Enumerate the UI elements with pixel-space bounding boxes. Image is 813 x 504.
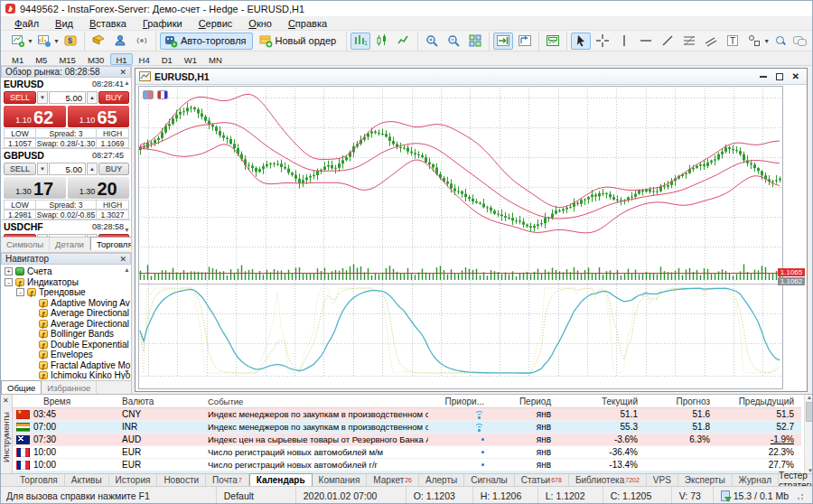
ask-price-tile[interactable]: 1.1065 (68, 106, 130, 127)
vertical-line-button[interactable] (614, 33, 634, 50)
new-order-button[interactable]: Новый ордер (255, 33, 343, 50)
toolbox-tab-Новости[interactable]: Новости (157, 474, 206, 486)
toolbox-tab-Торговля[interactable]: Торговля (14, 474, 65, 486)
minimize-icon[interactable] (760, 76, 767, 78)
timeframe-button-H4[interactable]: H4 (134, 53, 155, 65)
timeframe-button-M5[interactable]: M5 (30, 53, 52, 65)
toolbox-tab-Статьи[interactable]: Статьи678 (515, 474, 569, 486)
toolbox-tab-Журнал[interactable]: Журнал (733, 474, 780, 486)
bid-price-tile[interactable]: 1.1062 (4, 106, 66, 127)
zoom-out-button[interactable] (444, 33, 463, 50)
scroll-up-icon[interactable]: ▲ (124, 79, 130, 86)
timeframe-button-M1[interactable]: M1 (6, 53, 29, 65)
bars-button[interactable]: 1 (350, 33, 370, 50)
close-icon[interactable]: ✕ (792, 72, 799, 81)
bid-price-tile[interactable]: 1.3017 (4, 177, 66, 199)
trendline-button[interactable] (658, 33, 678, 50)
menu-item-Вид[interactable]: Вид (47, 17, 81, 30)
volume-field[interactable]: 5.00 (49, 163, 86, 175)
menu-item-Окно[interactable]: Окно (240, 17, 280, 30)
horizontal-line-button[interactable] (636, 33, 656, 50)
timeframe-button-M15[interactable]: M15 (53, 53, 80, 65)
timeframe-button-W1[interactable]: W1 (179, 53, 202, 65)
data-window-button[interactable] (89, 33, 108, 50)
dropdown-caret-icon[interactable]: ▼ (27, 38, 33, 44)
market-watch-tab-Символы[interactable]: Символы (1, 238, 50, 250)
line-chart-button[interactable] (394, 33, 414, 50)
calendar-row[interactable]: 10:00EURЧисло регистраций новых автомоби… (13, 446, 801, 459)
toolbox-tab-Активы[interactable]: Активы (65, 474, 109, 486)
new-chart-button[interactable] (8, 33, 28, 50)
volume-field[interactable]: 5.00 (49, 91, 86, 104)
timeframe-button-M30[interactable]: M30 (82, 53, 109, 65)
buy-button[interactable]: BUY (98, 91, 129, 104)
profiles-button[interactable] (34, 33, 54, 50)
shapes-button[interactable] (744, 33, 764, 50)
calendar-row[interactable]: 07:00INRИндекс менеджеров по закупкам в … (13, 421, 801, 434)
toolbox-tab-Календарь[interactable]: Календарь (249, 473, 313, 486)
close-icon[interactable]: ✕ (119, 255, 126, 264)
tree-item-bollinger-bands[interactable]: ƒBollinger Bands (1, 329, 132, 340)
status-profile[interactable]: Default (216, 487, 295, 504)
buy-button[interactable]: BUY (98, 163, 129, 175)
calendar-header-c-act[interactable]: Текущий (564, 395, 645, 407)
volume-decrease-button[interactable]: ▼ (37, 163, 48, 175)
chart-shift-button[interactable] (515, 33, 535, 50)
market-watch-tab-Детали[interactable]: Детали (50, 238, 90, 250)
calendar-header-c-prev[interactable]: Предыдущий (717, 395, 801, 407)
tree-item-счета[interactable]: +Счета (1, 266, 132, 277)
toolbox-tab-Маркет[interactable]: Маркет26 (367, 474, 419, 486)
calendar-header-c-per[interactable]: Период (491, 395, 564, 407)
tree-item-ichimoku-kinko-hyo[interactable]: ƒIchimoku Kinko Hyo (1, 370, 132, 379)
toolbox-tab-Почта[interactable]: Почта7 (206, 474, 249, 486)
fibonacci-button[interactable] (679, 33, 699, 50)
toolbox-tab-Эксперты[interactable]: Эксперты (678, 474, 733, 486)
zoom-in-button[interactable] (422, 33, 442, 50)
volume-increase-button[interactable]: ▲ (87, 163, 98, 175)
chart-title-bar[interactable]: EURUSD,H1 ✕ (136, 69, 807, 85)
toolbox-tab-Библиотека[interactable]: Библиотека7202 (569, 474, 647, 486)
toolbox-tab-Компания[interactable]: Компания (313, 474, 368, 486)
chat-icon[interactable] (793, 36, 806, 45)
channel-button[interactable] (701, 33, 721, 50)
chart-area[interactable]: 1.1065 1.1062 (136, 85, 807, 391)
strategy-tester-label[interactable]: Тестер стратегий (779, 474, 813, 486)
one-click-trading-icon[interactable] (143, 90, 154, 99)
calendar-header-c-fct[interactable]: Прогноз (645, 395, 717, 407)
sell-button[interactable]: SELL (4, 91, 36, 104)
menu-item-Файл[interactable]: Файл (6, 17, 47, 30)
tree-item-average-directional[interactable]: ƒAverage Directional (1, 308, 132, 319)
calendar-row[interactable]: 03:45CNYИндекс менеджеров по закупкам в … (13, 408, 801, 421)
timeframe-button-MN[interactable]: MN (203, 53, 228, 65)
calendar-header-c-event[interactable]: Событие (202, 395, 428, 407)
calendar-scrollbar[interactable]: ▲▼ (804, 395, 813, 474)
toolbox-tab-Сигналы[interactable]: Сигналы (464, 474, 515, 486)
menu-item-Вставка[interactable]: Вставка (81, 17, 135, 30)
calendar-row[interactable]: 10:00EURЧисло регистраций новых автомоби… (13, 459, 801, 471)
scroll-down-icon[interactable]: ▼ (124, 227, 130, 233)
scroll-down-icon[interactable]: ▼ (124, 369, 130, 375)
toolbox-tab-VPS[interactable]: VPS (647, 474, 678, 486)
volume-decrease-button[interactable]: ▼ (37, 91, 48, 104)
search-icon[interactable] (776, 36, 786, 46)
tile-windows-button[interactable] (465, 33, 485, 50)
volume-increase-button[interactable]: ▲ (87, 91, 98, 104)
expander-icon[interactable]: - (16, 288, 24, 296)
calendar-row[interactable]: 07:30AUDИндекс цен на сырьевые товары от… (13, 434, 801, 446)
close-icon[interactable]: ✕ (3, 397, 9, 405)
expander-icon[interactable]: + (5, 267, 13, 275)
menu-item-Справка[interactable]: Справка (280, 17, 335, 30)
market-watch-tab-Торговля[interactable]: Торговля (90, 237, 132, 250)
tree-item-adaptive-moving-av[interactable]: ƒAdaptive Moving Av (1, 298, 132, 309)
expander-icon[interactable]: - (5, 278, 13, 286)
tree-item-трендовые[interactable]: -ƒТрендовые (1, 287, 132, 298)
scroll-up-icon[interactable]: ▲ (124, 266, 130, 273)
navigator-tab-Избранное[interactable]: Избранное (42, 381, 97, 394)
tree-item-индикаторы[interactable]: -ƒИндикаторы (1, 277, 132, 288)
menu-item-Графики[interactable]: Графики (135, 17, 191, 30)
auto-scroll-button[interactable] (493, 33, 513, 50)
cursor-button[interactable] (571, 33, 591, 50)
resize-grip[interactable] (794, 490, 805, 501)
navigator-button[interactable] (110, 33, 130, 50)
price-chart-canvas[interactable] (138, 86, 783, 390)
